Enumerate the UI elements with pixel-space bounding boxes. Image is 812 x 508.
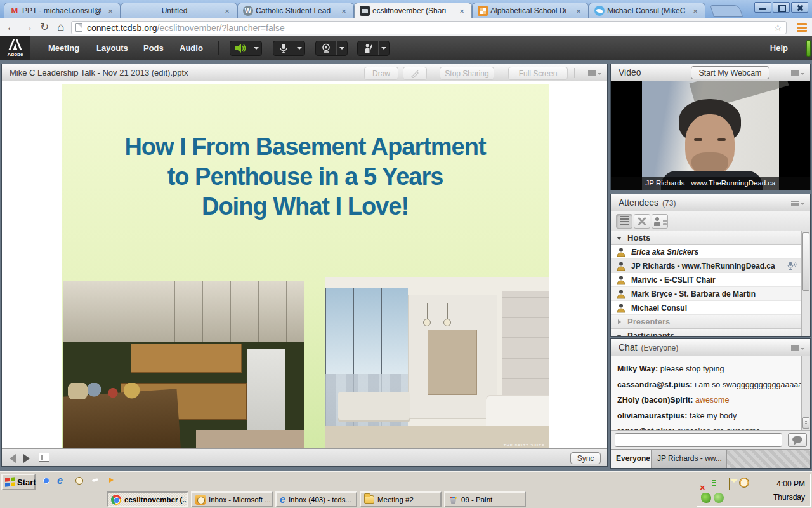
chat-message: oliviamaurastpius: take my body xyxy=(617,408,801,424)
taskbar-button-meeting-folder[interactable]: Meeting #2 xyxy=(360,491,442,507)
tab-ecslitnovember-active[interactable]: ecslitnovember (Shari × xyxy=(354,3,472,18)
tab-twitter[interactable]: Michael Consul (MikeC × xyxy=(589,3,705,18)
breakout-view-icon[interactable] xyxy=(634,214,650,229)
chat-message: Milky Way: please stop typing xyxy=(617,361,801,377)
slide-title: How I From Basement Apartmentto Penthous… xyxy=(62,132,549,222)
webcam-dropdown[interactable] xyxy=(336,41,347,55)
mic-dropdown[interactable] xyxy=(294,41,304,55)
tab-untitled[interactable]: Untitled × xyxy=(121,3,237,18)
chat-tab-everyone[interactable]: Everyone xyxy=(611,450,652,468)
menu-layouts[interactable]: Layouts xyxy=(96,36,128,60)
menu-pods[interactable]: Pods xyxy=(143,36,164,60)
taskbar-button-ecslitnovember[interactable]: ecslitnovember (... xyxy=(107,491,188,507)
start-button[interactable]: Start xyxy=(1,474,36,490)
video-pod-menu-icon[interactable] xyxy=(791,70,805,78)
restore-button[interactable] xyxy=(773,2,790,13)
page-icon xyxy=(75,23,82,32)
attendee-row[interactable]: JP Richards - www.TheRunningDead.ca xyxy=(611,259,801,273)
chat-tab-private[interactable]: JP Richards - ww... xyxy=(652,450,727,468)
attendee-row[interactable]: Marivic - E-CSLIT Chair xyxy=(611,273,801,287)
webcam-button[interactable] xyxy=(316,41,336,55)
quick-launch-media-player-icon[interactable] xyxy=(105,475,117,486)
quick-launch-outlook-icon[interactable] xyxy=(74,475,85,486)
bookmark-star-icon[interactable]: ☆ xyxy=(774,22,782,34)
chat-pod-menu-icon[interactable] xyxy=(791,345,805,353)
sync-button[interactable]: Sync xyxy=(570,452,601,464)
chat-input[interactable] xyxy=(615,433,782,447)
chat-scope: (Everyone) xyxy=(641,344,679,352)
previous-slide-icon[interactable] xyxy=(10,454,16,463)
update-icon[interactable] xyxy=(714,493,724,503)
status-button-group xyxy=(357,41,390,56)
tab-close-icon[interactable]: × xyxy=(339,6,348,16)
outlook-reminder-icon[interactable] xyxy=(739,478,749,488)
tab-close-icon[interactable]: × xyxy=(691,6,700,16)
tab-alphabetical-school[interactable]: Alphabetical School Di × xyxy=(472,3,589,18)
tab-close-icon[interactable]: × xyxy=(223,6,232,16)
home-button[interactable]: ⌂ xyxy=(53,20,69,35)
attendees-scrollbar[interactable] xyxy=(801,231,810,336)
speaker-button[interactable] xyxy=(230,41,251,55)
window-controls xyxy=(754,2,808,13)
chrome-menu-icon[interactable] xyxy=(794,22,809,34)
quick-launch-messenger-icon[interactable] xyxy=(90,475,102,486)
raise-hand-button[interactable] xyxy=(358,41,378,55)
participants-group-row[interactable]: Participants xyxy=(611,329,801,336)
taskbar-button-paint[interactable]: 09 - Paint xyxy=(444,491,526,507)
address-bar[interactable]: connect.tcdsb.org/ecslitnovember/?launch… xyxy=(71,21,787,34)
tab-gmail[interactable]: M PPT - michael.consul@ × xyxy=(4,3,121,18)
full-screen-button[interactable]: Full Screen xyxy=(508,67,568,80)
send-message-button[interactable] xyxy=(788,433,807,447)
attendee-list-view-icon[interactable] xyxy=(616,214,632,229)
tab-close-icon[interactable]: × xyxy=(574,6,583,16)
quick-launch-ie-icon[interactable]: e xyxy=(57,475,69,486)
mail-icon[interactable] xyxy=(729,478,730,490)
browser-tab-strip: M PPT - michael.consul@ × Untitled × W C… xyxy=(0,0,812,18)
draw-button[interactable]: Draw xyxy=(364,67,398,80)
share-pod-menu-icon[interactable] xyxy=(588,70,602,78)
windows-taskbar: Start e ecslitnovember (... Inbox - Micr… xyxy=(0,471,812,508)
next-slide-icon[interactable] xyxy=(23,454,30,463)
scrollbar-thumb[interactable] xyxy=(802,232,809,291)
hosts-group-row[interactable]: Hosts xyxy=(611,231,801,245)
chat-scrollbar[interactable] xyxy=(801,356,810,430)
help-menu[interactable]: Help xyxy=(770,36,788,60)
reload-button[interactable]: ↻ xyxy=(37,20,52,35)
tab-label: PPT - michael.consul@ xyxy=(22,6,103,15)
attendee-row[interactable]: Erica aka Snickers xyxy=(611,245,801,259)
host-person-icon xyxy=(616,303,626,313)
taskbar-button-inbox-outlook[interactable]: Inbox - Microsoft ... xyxy=(191,491,273,507)
attendees-pod-menu-icon[interactable] xyxy=(791,201,805,208)
tab-label: ecslitnovember (Shari xyxy=(372,6,455,15)
tab-catholic-student[interactable]: W Catholic Student Lead × xyxy=(237,3,354,18)
menu-audio[interactable]: Audio xyxy=(180,36,203,60)
quick-launch-chrome-icon[interactable] xyxy=(41,475,52,486)
forward-button[interactable]: → xyxy=(20,20,36,35)
url-path: /ecslitnovember/?launcher=false xyxy=(157,23,285,33)
google-sites-favicon-icon xyxy=(478,6,488,16)
attendee-row[interactable]: Mark Bryce - St. Barbara de Martin xyxy=(611,287,801,301)
attendee-status-view-icon[interactable] xyxy=(652,214,668,229)
stop-sharing-button[interactable]: Stop Sharing xyxy=(440,67,494,80)
pen-tool-button[interactable] xyxy=(403,67,427,80)
antivirus-icon[interactable] xyxy=(701,493,711,503)
sidebar-toggle-icon[interactable] xyxy=(39,453,49,462)
speaker-dropdown[interactable] xyxy=(251,41,261,55)
video-feed: JP Richards - www.TheRunningDead.ca xyxy=(611,81,810,190)
start-webcam-button[interactable]: Start My Webcam xyxy=(691,66,769,79)
presenters-group-row[interactable]: Presenters xyxy=(611,315,801,329)
mic-button[interactable] xyxy=(273,41,294,55)
minimize-button[interactable] xyxy=(754,2,771,13)
tab-close-icon[interactable]: × xyxy=(106,6,115,16)
taskbar-button-inbox-web[interactable]: e Inbox (403) - tcds... xyxy=(275,491,357,507)
close-window-button[interactable] xyxy=(791,2,808,13)
scrollbar-thumb[interactable] xyxy=(802,417,809,429)
attendee-row[interactable]: Michael Consul xyxy=(611,301,801,315)
tab-close-icon[interactable]: × xyxy=(457,6,466,16)
new-tab-button[interactable] xyxy=(710,5,743,17)
status-dropdown[interactable] xyxy=(378,41,389,55)
menu-meeting[interactable]: Meeting xyxy=(48,36,79,60)
adobe-logo: Adobe xyxy=(0,36,30,60)
back-button[interactable]: ← xyxy=(4,20,19,35)
host-person-icon xyxy=(616,261,626,271)
